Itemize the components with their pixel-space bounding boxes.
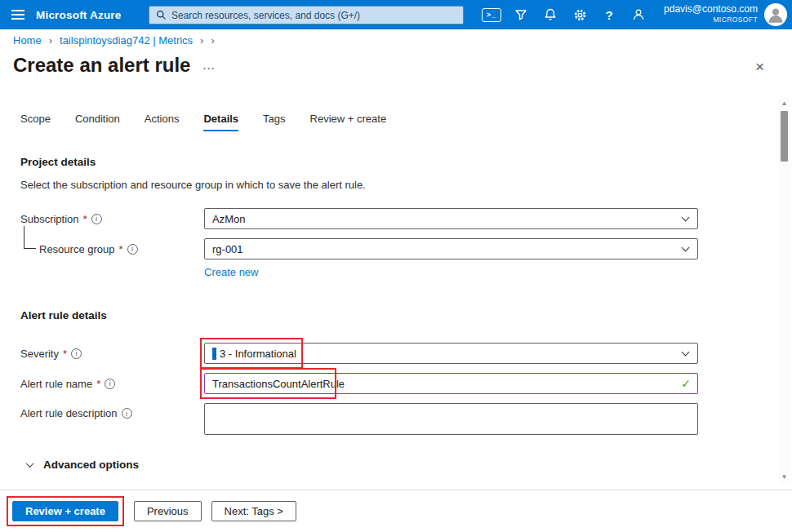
project-details-heading: Project details	[20, 156, 792, 168]
subscription-value: AzMon	[212, 213, 245, 225]
hierarchy-connector-line	[24, 226, 36, 249]
valid-check-icon: ✓	[681, 377, 691, 390]
azure-brand[interactable]: Microsoft Azure	[36, 9, 132, 21]
breadcrumb-chevron-icon: ›	[49, 34, 52, 47]
search-input[interactable]	[171, 10, 456, 21]
alert-rule-description-input[interactable]	[204, 403, 698, 435]
resource-group-value: rg-001	[212, 243, 243, 255]
required-asterisk: *	[96, 378, 100, 390]
scrollbar-track[interactable]	[779, 109, 790, 472]
breadcrumb-home[interactable]: Home	[13, 34, 42, 47]
chevron-down-icon	[26, 459, 34, 468]
next-tags-button[interactable]: Next: Tags >	[211, 501, 296, 521]
tab-tags[interactable]: Tags	[263, 113, 285, 131]
severity-dropdown[interactable]: 3 - Informational	[204, 343, 698, 364]
create-new-link[interactable]: Create new	[204, 266, 258, 278]
info-icon[interactable]: i	[105, 379, 115, 389]
tab-details[interactable]: Details	[203, 113, 238, 131]
severity-value: 3 - Informational	[220, 348, 296, 360]
directory-filter-icon[interactable]	[506, 0, 536, 29]
required-asterisk: *	[83, 213, 87, 225]
subscription-dropdown[interactable]: AzMon	[204, 208, 698, 229]
page-header: Create an alert rule … ×	[13, 54, 779, 77]
info-icon[interactable]: i	[91, 214, 102, 224]
breadcrumb-metrics[interactable]: tailspintoysdiag742 | Metrics	[60, 34, 193, 47]
wizard-footer: Review + create Previous Next: Tags >	[0, 490, 792, 532]
alert-rule-name-input[interactable]	[204, 373, 698, 394]
resource-group-dropdown[interactable]: rg-001	[204, 238, 698, 259]
account-email: pdavis@contoso.com	[664, 3, 758, 16]
required-asterisk: *	[63, 348, 67, 360]
close-icon[interactable]: ×	[755, 59, 764, 74]
resource-group-row: Resource group * i rg-001	[0, 238, 792, 259]
tab-review-create[interactable]: Review + create	[310, 113, 387, 131]
avatar[interactable]	[764, 3, 787, 26]
chevron-down-icon	[682, 244, 690, 252]
search-icon	[156, 10, 167, 20]
info-icon[interactable]: i	[122, 408, 132, 419]
tab-condition[interactable]: Condition	[75, 113, 120, 131]
project-details-description: Select the subscription and resource gro…	[20, 179, 792, 191]
chevron-down-icon	[682, 348, 690, 357]
notifications-bell-icon[interactable]	[536, 0, 565, 29]
tab-scope[interactable]: Scope	[20, 113, 51, 131]
hamburger-menu-icon[interactable]	[0, 0, 36, 29]
azure-portal-window: Microsoft Azure >_ ? pdavis@contoso.com …	[0, 0, 792, 532]
tab-actions[interactable]: Actions	[145, 113, 180, 131]
account-tenant: MICROSOFT	[664, 16, 758, 24]
alert-rule-name-row: Alert rule name * i ✓	[0, 373, 792, 394]
resource-group-label: Resource group	[39, 243, 115, 255]
account-menu[interactable]: pdavis@contoso.com MICROSOFT	[664, 3, 758, 24]
scroll-up-icon[interactable]: ▲	[781, 98, 788, 109]
previous-button[interactable]: Previous	[134, 501, 202, 521]
alert-rule-name-label: Alert rule name	[20, 378, 92, 390]
text-selection-bar	[212, 348, 216, 360]
breadcrumb-chevron-icon: ›	[211, 34, 214, 47]
breadcrumb: Home › tailspintoysdiag742 | Metrics › ›	[13, 34, 215, 47]
red-highlight-box-review-create: Review + create	[7, 496, 124, 526]
top-bar: Microsoft Azure >_ ? pdavis@contoso.com …	[0, 0, 792, 29]
vertical-scrollbar[interactable]: ▲ ▼	[779, 98, 790, 483]
advanced-options-label: Advanced options	[43, 459, 139, 471]
alert-rule-details-heading: Alert rule details	[20, 309, 792, 321]
chevron-down-icon	[682, 214, 690, 222]
alert-rule-description-label: Alert rule description	[20, 407, 118, 419]
severity-label: Severity	[20, 348, 59, 360]
severity-row: Severity * i 3 - Informational	[0, 343, 792, 364]
help-icon[interactable]: ?	[594, 0, 624, 29]
global-search[interactable]	[149, 6, 464, 24]
top-bar-icons: >_ ?	[477, 0, 653, 29]
subscription-label: Subscription	[20, 213, 79, 225]
settings-gear-icon[interactable]	[565, 0, 594, 29]
advanced-options-toggle[interactable]: Advanced options	[27, 459, 792, 471]
avatar-person-icon	[767, 6, 785, 24]
review-create-button[interactable]: Review + create	[12, 501, 118, 521]
main-content: Scope Condition Actions Details Tags Rev…	[0, 91, 792, 490]
feedback-person-icon[interactable]	[624, 0, 653, 29]
info-icon[interactable]: i	[127, 244, 138, 255]
info-icon[interactable]: i	[71, 348, 82, 359]
required-asterisk: *	[119, 243, 123, 255]
breadcrumb-chevron-icon: ›	[200, 34, 203, 47]
more-options-icon[interactable]: …	[202, 58, 215, 73]
wizard-tabs: Scope Condition Actions Details Tags Rev…	[20, 113, 792, 131]
alert-rule-description-row: Alert rule description i	[0, 403, 792, 435]
page-title: Create an alert rule	[13, 54, 190, 77]
scroll-down-icon[interactable]: ▼	[781, 472, 788, 483]
cloud-shell-icon[interactable]: >_	[477, 0, 506, 29]
scrollbar-thumb[interactable]	[781, 111, 788, 162]
subscription-row: Subscription * i AzMon	[0, 208, 792, 229]
